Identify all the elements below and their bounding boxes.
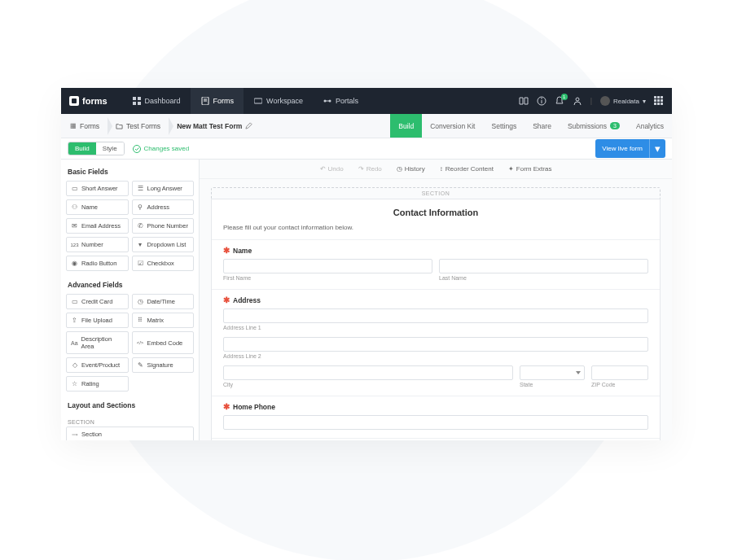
- field-email[interactable]: ✉Email Address: [66, 218, 129, 234]
- address-line2-input[interactable]: [223, 337, 648, 352]
- field-block-work-phone[interactable]: ○Work Phone: [212, 438, 660, 440]
- mode-style[interactable]: Style: [96, 142, 124, 155]
- crumb-forms[interactable]: ▦ Forms: [61, 114, 108, 138]
- tab-settings[interactable]: Settings: [483, 114, 525, 138]
- tab-label: Settings: [491, 122, 516, 130]
- number-icon: 123: [71, 241, 78, 248]
- field-label: Email Address: [81, 222, 121, 230]
- field-long-answer[interactable]: ☰Long Answer: [132, 181, 195, 196]
- brand-name: forms: [82, 96, 108, 106]
- info-icon[interactable]: [537, 96, 546, 106]
- basic-fields-heading: Basic Fields: [66, 164, 194, 181]
- redo-button[interactable]: ↷Redo: [353, 164, 387, 174]
- field-datetime[interactable]: ◷Date/Time: [132, 294, 195, 309]
- field-address[interactable]: ⚲Address: [132, 199, 195, 215]
- undo-button[interactable]: ↶Undo: [315, 164, 349, 174]
- field-label: Signature: [147, 361, 173, 369]
- city-input[interactable]: [223, 365, 513, 380]
- tab-share[interactable]: Share: [525, 114, 560, 138]
- action-bar: Build Style Changes saved View live form…: [61, 138, 672, 160]
- reorder-button[interactable]: ↕Reorder Content: [435, 164, 498, 174]
- section-description[interactable]: Please fill out your contact information…: [212, 221, 660, 239]
- breadcrumb: ▦ Forms Test Forms New Matt Test Form: [61, 114, 261, 138]
- canvas: ↶Undo ↷Redo ◷History ↕Reorder Content ✦F…: [200, 160, 672, 440]
- field-dropdown[interactable]: ▾Dropdown List: [132, 237, 195, 252]
- field-description[interactable]: AaDescription Area: [66, 331, 129, 354]
- field-embed[interactable]: </>Embed Code: [132, 331, 195, 354]
- address-line1-input[interactable]: [223, 308, 648, 323]
- sublabel: City: [223, 382, 513, 387]
- tool-label: Reorder Content: [446, 165, 494, 173]
- book-icon[interactable]: [519, 96, 529, 106]
- bell-badge: 1: [561, 94, 568, 100]
- section-icon: ⟞: [71, 431, 78, 438]
- view-live-button[interactable]: View live form: [595, 139, 649, 158]
- nav-dashboard[interactable]: Dashboard: [122, 88, 191, 114]
- bell-icon[interactable]: 1: [555, 96, 564, 106]
- advanced-fields-heading: Advanced Fields: [66, 278, 194, 294]
- field-event[interactable]: ◇Event/Product: [66, 357, 129, 373]
- user-menu[interactable]: Realdata ▾: [600, 96, 646, 106]
- view-live-dropdown[interactable]: ▾: [649, 139, 665, 158]
- nav-label: Portals: [336, 97, 358, 105]
- required-icon: ✱: [223, 296, 230, 304]
- long-answer-icon: ☰: [137, 185, 144, 192]
- field-label: Rating: [81, 380, 99, 387]
- form-section[interactable]: SECTION Contact Information Please fill …: [211, 187, 661, 440]
- field-section[interactable]: ⟞Section: [66, 427, 194, 440]
- field-number[interactable]: 123Number: [66, 237, 129, 252]
- field-label: Description Area: [81, 335, 124, 350]
- nav-portals[interactable]: Portals: [313, 88, 368, 114]
- pencil-icon[interactable]: [245, 122, 252, 129]
- field-signature[interactable]: ✎Signature: [132, 357, 195, 373]
- field-label: Long Answer: [147, 185, 182, 192]
- field-checkbox[interactable]: ☑Checkbox: [132, 256, 195, 271]
- field-credit-card[interactable]: ▭Credit Card: [66, 294, 129, 309]
- field-short-answer[interactable]: ▭Short Answer: [66, 181, 129, 196]
- signature-icon: ✎: [137, 361, 144, 369]
- field-file-upload[interactable]: ⇪File Upload: [66, 313, 129, 328]
- svg-rect-2: [133, 102, 136, 105]
- mode-build[interactable]: Build: [68, 142, 96, 155]
- field-label: Section: [81, 431, 102, 438]
- field-matrix[interactable]: ⠿Matrix: [132, 313, 195, 328]
- crumb-label: Test Forms: [126, 122, 160, 130]
- field-block-name[interactable]: ✱Name First Name Last Name: [212, 239, 660, 289]
- home-phone-input[interactable]: [223, 415, 648, 430]
- field-label: Number: [81, 241, 103, 248]
- history-button[interactable]: ◷History: [392, 164, 430, 174]
- chevron-down-icon: ▾: [643, 98, 646, 105]
- person-icon[interactable]: [573, 96, 582, 106]
- pin-icon: ⚲: [137, 203, 144, 211]
- zip-input[interactable]: [591, 365, 648, 380]
- field-block-address[interactable]: ✱Address Address Line 1 Address Line 2 C…: [212, 289, 660, 396]
- tab-conversion[interactable]: Conversion Kit: [422, 114, 483, 138]
- avatar: [600, 96, 610, 106]
- brand[interactable]: forms: [69, 96, 108, 106]
- first-name-input[interactable]: [223, 259, 432, 273]
- submissions-count: 3: [610, 122, 620, 129]
- field-phone[interactable]: ✆Phone Number: [132, 218, 195, 234]
- upload-icon: ⇪: [71, 317, 78, 324]
- tab-build[interactable]: Build: [390, 114, 422, 138]
- tab-analytics[interactable]: Analytics: [628, 114, 672, 138]
- nav-forms[interactable]: Forms: [191, 88, 244, 114]
- sidebar: Basic Fields ▭Short Answer ☰Long Answer …: [61, 160, 200, 440]
- field-radio[interactable]: ◉Radio Button: [66, 256, 129, 271]
- tab-submissions[interactable]: Submissions 3: [560, 114, 628, 138]
- dashboard-icon: [132, 96, 142, 106]
- extras-button[interactable]: ✦Form Extras: [503, 164, 557, 174]
- field-block-home-phone[interactable]: ✱Home Phone: [212, 396, 660, 438]
- last-name-input[interactable]: [439, 259, 648, 273]
- nav-workspace[interactable]: Workspace: [244, 88, 313, 114]
- field-name[interactable]: ⚇Name: [66, 199, 129, 215]
- section-title[interactable]: Contact Information: [212, 199, 660, 221]
- field-label: Event/Product: [81, 361, 120, 369]
- state-select[interactable]: [520, 365, 585, 380]
- field-label: Address: [147, 203, 170, 211]
- apps-grid-icon[interactable]: [654, 96, 664, 106]
- mail-icon: ✉: [71, 222, 78, 230]
- brand-icon: [69, 96, 79, 106]
- field-rating[interactable]: ☆Rating: [66, 376, 129, 392]
- crumb-folder[interactable]: Test Forms: [108, 114, 169, 138]
